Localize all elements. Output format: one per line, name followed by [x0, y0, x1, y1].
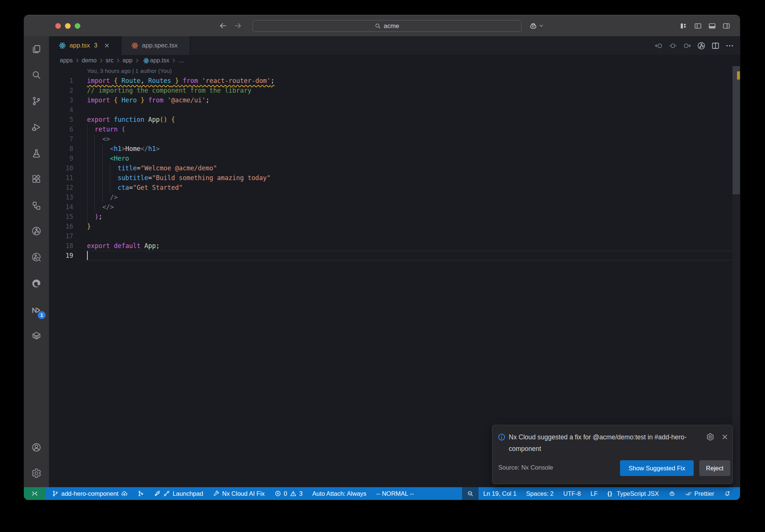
git-blame-annotation[interactable]: You, 3 hours ago | 1 author (You) — [87, 66, 172, 76]
beaker-icon — [31, 148, 41, 158]
toggle-primary-sidebar-icon[interactable] — [694, 22, 702, 30]
status-branch[interactable]: add-hero-component — [47, 487, 133, 500]
sidebar-item-explorer[interactable] — [24, 39, 49, 59]
code-line-14: 14 </> — [49, 202, 733, 212]
status-prettier[interactable]: Prettier — [680, 487, 719, 500]
sidebar-item-containers[interactable] — [24, 326, 49, 345]
status-launchpad-label: Launchpad — [173, 490, 203, 497]
command-center-search[interactable]: acme — [253, 20, 521, 32]
chevron-right-icon — [134, 58, 140, 64]
activity-bar: 1 — [24, 36, 49, 487]
minimize-window-button[interactable] — [65, 23, 71, 29]
breadcrumb-item-demo[interactable]: demo — [82, 57, 97, 64]
code-line-7: 7 <> — [49, 134, 733, 144]
line-number: 2 — [49, 86, 73, 95]
breadcrumb-item-apps[interactable]: apps — [60, 57, 73, 64]
next-change-icon[interactable] — [683, 41, 691, 50]
breadcrumb-item-src[interactable]: src — [106, 57, 114, 64]
toggle-panel-icon[interactable] — [708, 22, 716, 30]
back-arrow-icon[interactable] — [219, 22, 227, 30]
status-vim-mode[interactable]: -- NORMAL -- — [371, 487, 419, 500]
forward-arrow-icon[interactable] — [234, 22, 242, 30]
chevron-down-icon — [539, 23, 544, 28]
more-actions-icon[interactable] — [725, 41, 734, 50]
sidebar-item-settings[interactable] — [24, 463, 49, 483]
sidebar-item-gitlens[interactable] — [24, 221, 49, 241]
status-zoom[interactable] — [462, 487, 478, 500]
status-nx-cloud-fix-label: Nx Cloud AI Fix — [222, 490, 265, 497]
sidebar-item-run-debug[interactable] — [24, 117, 49, 137]
status-eol-label: LF — [591, 490, 598, 497]
sidebar-item-source-control[interactable] — [24, 91, 49, 111]
status-copilot[interactable] — [664, 487, 680, 500]
status-language[interactable]: {}TypeScript JSX — [603, 487, 664, 500]
chevron-right-icon — [171, 58, 177, 64]
current-change-icon[interactable] — [669, 41, 677, 50]
breadcrumb-item-app.tsx[interactable]: app.tsx — [142, 57, 170, 64]
status-auto-attach-label: Auto Attach: Always — [312, 490, 366, 497]
git-branch-icon — [52, 490, 59, 497]
code-line-10: 10 title="Welcmoe @acme/demo" — [49, 163, 733, 173]
sidebar-item-project-hierarchy[interactable] — [24, 196, 49, 215]
workbench: 1 app.tsx3app.spec.tsx appsdemosrcappapp… — [24, 36, 740, 487]
status-cursor-position-label: Ln 19, Col 1 — [483, 490, 517, 497]
sidebar-item-nx-console[interactable]: 1 — [24, 300, 49, 320]
sidebar-item-extensions[interactable] — [24, 169, 49, 188]
extensions-icon — [31, 174, 41, 184]
sidebar-item-search[interactable] — [24, 65, 49, 84]
status-indentation[interactable]: Spaces: 2 — [521, 487, 558, 500]
status-auto-attach[interactable]: Auto Attach: Always — [307, 487, 371, 500]
status-problems[interactable]: 03 — [270, 487, 307, 500]
split-editor-icon[interactable] — [711, 41, 720, 50]
scrollbar-slider[interactable] — [733, 66, 740, 194]
code-line-6: 6 return ( — [49, 124, 733, 134]
status-cursor-position[interactable]: Ln 19, Col 1 — [478, 487, 521, 500]
react-file-icon — [131, 42, 139, 49]
tab-app.tsx[interactable]: app.tsx3 — [49, 36, 121, 55]
notification-settings-icon[interactable] — [706, 433, 714, 441]
line-number: 5 — [49, 115, 73, 124]
nx-badge: 1 — [38, 311, 46, 319]
notification-message: Nx Cloud suggested a fix for @acme/demo:… — [509, 432, 696, 455]
sidebar-item-testing[interactable] — [24, 143, 49, 163]
tab-label: app.tsx — [69, 42, 90, 49]
status-eol[interactable]: LF — [586, 487, 603, 500]
breadcrumb-item-...[interactable]: … — [178, 57, 184, 64]
title-bar: acme — [24, 15, 740, 36]
code-line-15: 15 ); — [49, 212, 733, 222]
status-vim-mode-label: -- NORMAL -- — [376, 490, 414, 497]
reject-button[interactable]: Reject — [699, 460, 730, 476]
notification-toast: Nx Cloud suggested a fix for @acme/demo:… — [492, 425, 733, 484]
copilot-menu[interactable] — [529, 15, 544, 36]
sidebar-item-edge-tools[interactable] — [24, 273, 49, 293]
line-number: 14 — [49, 202, 73, 212]
code-line-1: 1import { Route, Routes } from 'react-ro… — [49, 76, 733, 86]
show-suggested-fix-button[interactable]: Show Suggested Fix — [620, 460, 694, 476]
line-number: 18 — [49, 241, 73, 251]
status-git-graph[interactable] — [133, 487, 149, 500]
status-nx-cloud-fix[interactable]: Nx Cloud AI Fix — [208, 487, 270, 500]
close-window-button[interactable] — [55, 23, 61, 29]
sidebar-item-account[interactable] — [24, 437, 49, 457]
close-tab-icon[interactable] — [104, 43, 110, 49]
code-editor[interactable]: You, 3 hours ago | 1 author (You)1import… — [49, 66, 740, 487]
status-notifications[interactable] — [719, 487, 735, 500]
status-encoding[interactable]: UTF-8 — [558, 487, 586, 500]
customize-layout-icon[interactable] — [680, 22, 688, 30]
zoom-window-button[interactable] — [75, 23, 80, 29]
git-branch-lg-icon — [31, 96, 41, 106]
error-icon — [275, 490, 281, 497]
sidebar-item-gitlens-inspect[interactable] — [24, 247, 49, 267]
toggle-secondary-sidebar-icon[interactable] — [722, 22, 730, 30]
code-line-18: 18export default App; — [49, 241, 733, 251]
notification-close-icon[interactable] — [721, 433, 729, 441]
tab-app.spec.tsx[interactable]: app.spec.tsx — [121, 36, 190, 55]
remote-indicator[interactable] — [24, 487, 46, 500]
previous-change-icon[interactable] — [654, 41, 663, 50]
breadcrumb-item-app[interactable]: app — [123, 57, 133, 64]
status-launchpad[interactable]: Launchpad — [149, 487, 208, 500]
line-number: 6 — [49, 124, 73, 134]
code-line-16: 16} — [49, 222, 733, 231]
gitlens-file-annotations-icon[interactable] — [697, 41, 706, 50]
editor-scrollbar[interactable] — [733, 66, 740, 487]
